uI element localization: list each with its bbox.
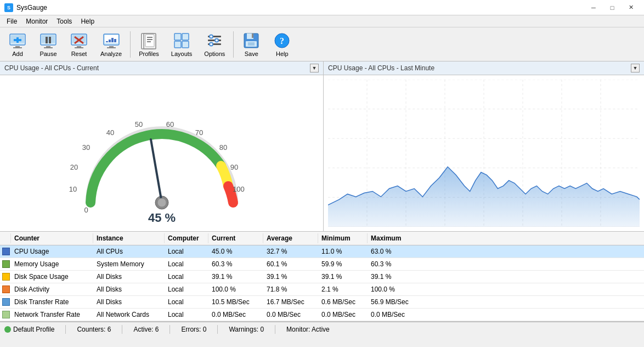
table-row[interactable]: Disk Activity All Disks Local 100.0 % 71…: [0, 283, 644, 296]
reset-button[interactable]: Reset: [65, 29, 93, 60]
svg-text:10: 10: [69, 185, 76, 193]
layouts-label: Layouts: [171, 51, 193, 57]
svg-rect-35: [182, 41, 189, 48]
profiles-icon: [140, 32, 157, 49]
status-warnings: Warnings: 0: [229, 326, 264, 333]
toolbar-separator-1: [130, 31, 131, 58]
svg-text:50: 50: [134, 120, 142, 128]
td-maximum: 0.0 MB/Sec: [368, 310, 428, 320]
th-computer: Computer: [165, 233, 208, 243]
table-row[interactable]: Memory Usage System Memory Local 60.3 % …: [0, 258, 644, 271]
analyze-label: Analyze: [100, 51, 122, 57]
table-row[interactable]: CPU Usage All CPUs Local 45.0 % 32.7 % 1…: [0, 245, 644, 258]
add-button[interactable]: Add: [3, 29, 32, 60]
layouts-icon: [173, 32, 190, 49]
svg-point-39: [210, 35, 213, 38]
add-label: Add: [12, 51, 23, 57]
layouts-button[interactable]: Layouts: [166, 29, 197, 60]
td-maximum: 60.3 %: [368, 259, 428, 269]
pause-button[interactable]: Pause: [34, 29, 63, 60]
profiles-button[interactable]: Profiles: [134, 29, 164, 60]
status-monitor: Monitor: Active: [286, 326, 330, 333]
th-average: Average: [263, 233, 318, 243]
help-button[interactable]: ? Help: [268, 29, 296, 60]
table-row[interactable]: Disk Transfer Rate All Disks Local 10.5 …: [0, 296, 644, 309]
td-minimum: 11.0 %: [318, 247, 368, 256]
svg-marker-76: [328, 167, 640, 227]
minimize-button[interactable]: ─: [585, 2, 602, 13]
menu-file[interactable]: File: [2, 16, 21, 26]
td-computer: Local: [165, 310, 208, 320]
options-button[interactable]: Options: [199, 29, 230, 60]
analyze-button[interactable]: Analyze: [95, 29, 127, 60]
maximize-button[interactable]: □: [603, 2, 621, 13]
td-computer: Local: [165, 297, 208, 307]
svg-text:100: 100: [233, 185, 245, 193]
td-average: 0.0 MB/Sec: [263, 310, 318, 320]
th-instance: Instance: [93, 233, 165, 243]
save-button[interactable]: Save: [237, 29, 265, 60]
td-maximum: 39.1 %: [368, 272, 428, 282]
td-average: 32.7 %: [263, 247, 318, 256]
svg-rect-8: [46, 37, 48, 43]
svg-rect-46: [248, 42, 255, 46]
svg-rect-11: [44, 47, 53, 48]
analyze-icon: [103, 32, 120, 49]
th-minimum: Minimum: [318, 233, 368, 243]
gauge-panel-dropdown[interactable]: ▼: [310, 64, 319, 72]
save-label: Save: [245, 51, 258, 57]
chart-panel-dropdown[interactable]: ▼: [631, 64, 640, 72]
td-instance: All Network Cards: [93, 310, 165, 320]
status-sep-4: [217, 325, 218, 334]
status-profile-label: Default Profile: [13, 326, 54, 333]
gauge-panel-header: CPU Usage - All CPUs - Current ▼: [0, 61, 323, 75]
td-average: 39.1 %: [263, 272, 318, 282]
table-row[interactable]: Network Transfer Rate All Network Cards …: [0, 309, 644, 321]
td-instance: All Disks: [93, 297, 165, 307]
title-bar-left: S SysGauge: [4, 3, 47, 12]
menu-tools[interactable]: Tools: [52, 16, 76, 26]
td-current: 100.0 %: [208, 284, 263, 294]
svg-text:90: 90: [230, 163, 238, 171]
svg-rect-25: [107, 47, 116, 48]
svg-rect-28: [145, 35, 154, 47]
chart-svg: [328, 80, 640, 227]
options-label: Options: [204, 51, 225, 57]
svg-text:?: ?: [280, 36, 284, 46]
data-table: Counter Instance Computer Current Averag…: [0, 232, 644, 322]
td-computer: Local: [165, 247, 208, 256]
svg-rect-32: [174, 33, 181, 40]
status-profile: Default Profile: [4, 326, 54, 333]
td-current: 39.1 %: [208, 272, 263, 282]
svg-line-61: [151, 139, 162, 203]
add-icon: [9, 32, 26, 49]
td-maximum: 56.9 MB/Sec: [368, 297, 428, 307]
svg-rect-21: [109, 40, 111, 42]
menu-monitor[interactable]: Monitor: [21, 16, 52, 26]
gauge-panel: CPU Usage - All CPUs - Current ▼ 0 10 20: [0, 61, 324, 231]
svg-point-41: [210, 42, 213, 46]
menu-help[interactable]: Help: [76, 16, 99, 26]
gauge-svg: 0 10 20 30 40 50 60 70 80 90 1: [58, 82, 266, 225]
save-icon: [242, 32, 260, 49]
pause-icon: [39, 32, 57, 49]
status-warnings-label: Warnings: 0: [229, 326, 264, 333]
td-counter: CPU Usage: [11, 247, 93, 256]
status-counters-label: Counters: 6: [77, 326, 111, 333]
status-indicator: [4, 326, 11, 333]
td-average: 71.8 %: [263, 284, 318, 294]
toolbar: Add Pause Reset: [0, 27, 644, 61]
title-bar-controls: ─ □ ✕: [585, 2, 640, 13]
table-row[interactable]: Disk Space Usage All Disks Local 39.1 % …: [0, 271, 644, 283]
td-minimum: 2.1 %: [318, 284, 368, 294]
td-current: 0.0 MB/Sec: [208, 310, 263, 320]
svg-rect-17: [75, 47, 83, 48]
td-minimum: 39.1 %: [318, 272, 368, 282]
td-counter: Disk Activity: [11, 284, 93, 294]
close-button[interactable]: ✕: [622, 2, 640, 13]
td-counter: Disk Transfer Rate: [11, 297, 93, 307]
svg-rect-34: [174, 41, 181, 48]
td-instance: All CPUs: [93, 247, 165, 256]
svg-rect-13: [72, 35, 86, 43]
td-maximum: 100.0 %: [368, 284, 428, 294]
